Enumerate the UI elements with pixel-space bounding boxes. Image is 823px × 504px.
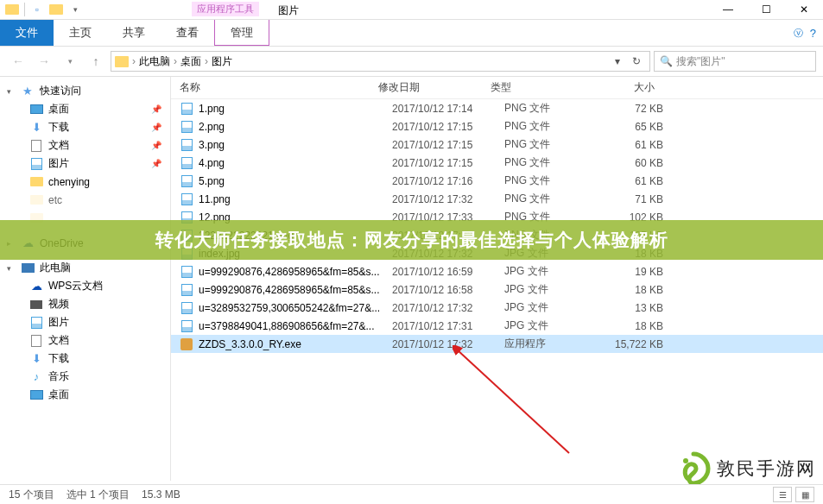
pin-icon: 📌 [151,159,161,168]
up-button[interactable]: ↑ [85,50,107,72]
file-name: 2.png [199,121,392,133]
file-date: 2017/10/12 17:14 [392,103,504,115]
file-size: 71 KB [599,193,668,205]
file-type: JPG 文件 [504,300,599,315]
refresh-icon[interactable]: ↻ [627,52,646,71]
col-type[interactable]: 类型 [491,80,586,95]
file-row[interactable]: 2.png2017/10/12 17:15PNG 文件65 KB [171,117,823,135]
search-placeholder: 搜索"图片" [676,54,725,69]
tab-file[interactable]: 文件 [0,20,54,46]
pin-icon: 📌 [151,123,161,132]
watermark: 敦民手游网 [675,450,816,487]
chevron-right-icon[interactable]: › [174,55,177,67]
nav-toolbar: ← → ▾ ↑ › 此电脑 › 桌面 › 图片 ▾ ↻ 🔍 搜索"图片" [0,46,823,77]
sidebar-item-downloads[interactable]: ⬇下载 [0,350,170,368]
sidebar-item-desktop[interactable]: 桌面📌 [0,100,170,118]
ribbon-tabs: 文件 主页 共享 查看 管理 ⓥ ? [0,20,823,46]
forward-button[interactable]: → [33,50,55,72]
close-button[interactable]: ✕ [785,0,823,20]
nav-sidebar: ▾★快速访问 桌面📌 ⬇下载📌 文档📌 图片📌 chenying etc ▸☁O… [0,77,171,481]
file-name: u=999290876,4286958965&fm=85&s... [199,284,392,296]
maximize-button[interactable]: ☐ [747,0,785,20]
help-icon[interactable]: ? [810,27,816,40]
sidebar-item-music[interactable]: ♪音乐 [0,368,170,386]
sidebar-item-pictures[interactable]: 图片 [0,313,170,331]
window-title: 图片 [278,3,299,18]
file-type: PNG 文件 [504,173,599,188]
file-size: 13 KB [599,302,668,314]
col-date[interactable]: 修改日期 [378,80,491,95]
breadcrumb-item[interactable]: 图片 [212,54,232,69]
file-date: 2017/10/12 17:16 [392,175,504,187]
file-size: 18 KB [599,320,668,332]
file-size: 61 KB [599,139,668,151]
file-type: PNG 文件 [504,155,599,170]
file-type: PNG 文件 [504,101,599,116]
file-date: 2017/10/12 17:32 [392,193,504,205]
file-icon [180,174,193,188]
file-row[interactable]: u=3289532759,3006505242&fm=27&...2017/10… [171,299,823,317]
file-row[interactable]: ZZDS_3.3.0.0_RY.exe2017/10/12 17:32应用程序1… [171,335,823,353]
column-headers[interactable]: 名称 修改日期 类型 大小 [171,77,823,99]
sidebar-item-folder[interactable]: chenying [0,173,170,191]
tab-home[interactable]: 主页 [54,20,107,46]
file-row[interactable]: 11.png2017/10/12 17:32PNG 文件71 KB [171,190,823,208]
file-icon [180,156,193,170]
file-date: 2017/10/12 17:15 [392,139,504,151]
sidebar-quick-access[interactable]: ▾★快速访问 [0,82,170,100]
ribbon-expand-icon[interactable]: ⓥ [794,27,803,40]
sidebar-item-documents[interactable]: 文档📌 [0,136,170,154]
file-row[interactable]: 3.png2017/10/12 17:15PNG 文件61 KB [171,135,823,154]
sidebar-item-folder[interactable]: etc [0,191,170,209]
svg-point-1 [683,458,688,463]
sidebar-this-pc[interactable]: ▾此电脑 [0,259,170,277]
status-size: 15.3 MB [142,488,180,501]
file-type: JPG 文件 [504,282,599,297]
sidebar-item-desktop[interactable]: 桌面 [0,386,170,404]
folder-icon[interactable] [49,3,63,16]
breadcrumb-item[interactable]: 桌面 [180,54,201,69]
tab-view[interactable]: 查看 [161,20,214,46]
file-row[interactable]: 4.png2017/10/12 17:15PNG 文件60 KB [171,154,823,172]
file-size: 61 KB [599,175,668,187]
minimize-button[interactable]: — [709,0,747,20]
file-row[interactable]: u=999290876,4286958965&fm=85&s...2017/10… [171,280,823,299]
tab-manage[interactable]: 管理 [214,20,269,46]
file-row[interactable]: 5.png2017/10/12 17:16PNG 文件61 KB [171,172,823,190]
search-input[interactable]: 🔍 搜索"图片" [654,51,816,72]
sidebar-item-downloads[interactable]: ⬇下载📌 [0,118,170,136]
file-row[interactable]: u=3798849041,886908656&fm=27&...2017/10/… [171,317,823,335]
sidebar-item-documents[interactable]: 文档 [0,331,170,350]
recent-dropdown[interactable]: ▾ [59,50,81,72]
view-details-button[interactable]: ☰ [773,487,792,502]
file-size: 15,722 KB [599,338,668,350]
back-button[interactable]: ← [7,50,29,72]
status-count: 15 个项目 [9,488,54,502]
tab-share[interactable]: 共享 [107,20,161,46]
col-size[interactable]: 大小 [586,80,655,95]
file-type: JPG 文件 [504,264,599,279]
file-row[interactable]: u=999290876,4286958965&fm=85&s...2017/10… [171,262,823,280]
address-dropdown-icon[interactable]: ▾ [608,52,627,71]
file-size: 19 KB [599,266,668,278]
status-selected: 选中 1 个项目 [66,488,130,502]
sidebar-item-wps[interactable]: ☁WPS云文档 [0,277,170,295]
breadcrumb-item[interactable]: 此电脑 [139,54,170,69]
file-name: ZZDS_3.3.0.0_RY.exe [199,338,392,350]
file-name: u=999290876,4286958965&fm=85&s... [199,266,392,278]
address-bar[interactable]: › 此电脑 › 桌面 › 图片 ▾ ↻ [111,51,650,72]
qat-dropdown-icon[interactable]: ▾ [68,3,82,16]
chevron-right-icon[interactable]: › [132,55,136,67]
col-name[interactable]: 名称 [180,80,378,95]
file-icon [180,138,193,152]
contextual-tab-label: 应用程序工具 [192,2,259,16]
view-thumbnails-button[interactable]: ▦ [795,487,814,502]
sidebar-item-pictures[interactable]: 图片📌 [0,154,170,173]
qat-properties-icon[interactable]: ▫ [30,3,44,16]
file-name: 5.png [199,175,392,187]
file-row[interactable]: 1.png2017/10/12 17:14PNG 文件72 KB [171,99,823,117]
chevron-right-icon[interactable]: › [205,55,208,67]
file-date: 2017/10/12 16:59 [392,266,504,278]
file-icon [180,283,193,297]
sidebar-item-videos[interactable]: 视频 [0,295,170,313]
